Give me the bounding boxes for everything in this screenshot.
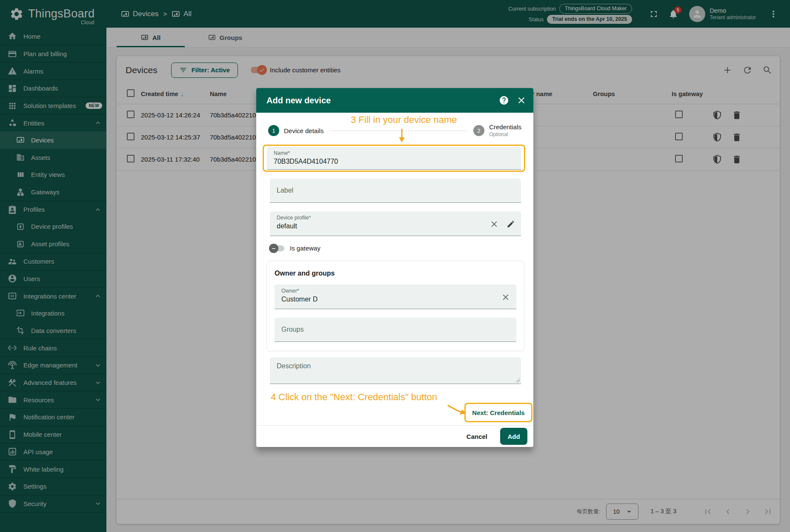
next-credentials-highlight: Next: Credentials [464, 403, 532, 422]
toggle-off-knob: – [269, 244, 278, 253]
add-device-dialog: Add new device 1 Device details 2 Creden… [256, 88, 533, 447]
edit-profile-icon[interactable] [507, 220, 515, 228]
description-field[interactable]: Description [270, 357, 521, 384]
annotation-click-next: 4 Click on the "Next: Credentials" butto… [271, 392, 437, 403]
dialog-header: Add new device [256, 88, 533, 113]
step1-circle: 1 [268, 125, 279, 136]
dialog-title: Add new device [266, 96, 331, 105]
description-placeholder: Description [277, 362, 311, 370]
step1-label: Device details [284, 127, 323, 134]
step2-label: Credentials [489, 123, 521, 131]
clear-owner-icon[interactable] [501, 293, 510, 302]
name-field-value: 70B3D5A4D4104770 [274, 158, 514, 165]
annotation-curved-arrow [447, 403, 467, 417]
owner-and-groups-card: Owner and groups Owner* Customer D Group… [266, 261, 524, 351]
annotation-down-arrow [398, 129, 405, 142]
cancel-button[interactable]: Cancel [467, 433, 487, 440]
is-gateway-toggle[interactable]: – [270, 245, 284, 251]
step2-circle: 2 [473, 125, 484, 136]
step-device-details[interactable]: 1 Device details [268, 125, 323, 136]
dialog-footer: Cancel Add [256, 426, 533, 447]
owner-field-label: Owner* [281, 288, 501, 294]
textarea-resize-handle[interactable] [515, 378, 520, 382]
annotation-fill-device-name: 3 Fill in your device name [351, 114, 457, 125]
add-button[interactable]: Add [500, 428, 527, 445]
device-profile-field[interactable]: Device profile* default [270, 211, 521, 236]
groups-field[interactable]: Groups [275, 318, 516, 342]
device-profile-label: Device profile* [277, 215, 489, 221]
owner-groups-title: Owner and groups [275, 270, 516, 277]
owner-field[interactable]: Owner* Customer D [275, 284, 516, 309]
name-field-label: Name* [274, 150, 514, 156]
step-credentials[interactable]: 2 Credentials Optional [473, 123, 521, 138]
step2-optional-label: Optional [489, 131, 521, 138]
label-field-placeholder: Label [277, 187, 293, 194]
is-gateway-label: Is gateway [290, 245, 321, 252]
device-profile-value: default [277, 222, 489, 230]
clear-profile-icon[interactable] [489, 219, 499, 229]
help-icon[interactable] [499, 95, 509, 105]
owner-field-value: Customer D [281, 296, 501, 303]
name-field-highlight: Name* 70B3D5A4D4104770 [263, 145, 525, 172]
is-gateway-row: – Is gateway [270, 245, 321, 252]
close-icon[interactable] [516, 95, 527, 105]
next-credentials-button[interactable]: Next: Credentials [472, 409, 524, 416]
groups-field-placeholder: Groups [281, 326, 303, 333]
label-field[interactable]: Label [270, 179, 521, 203]
name-field[interactable]: Name* 70B3D5A4D4104770 [267, 147, 521, 170]
